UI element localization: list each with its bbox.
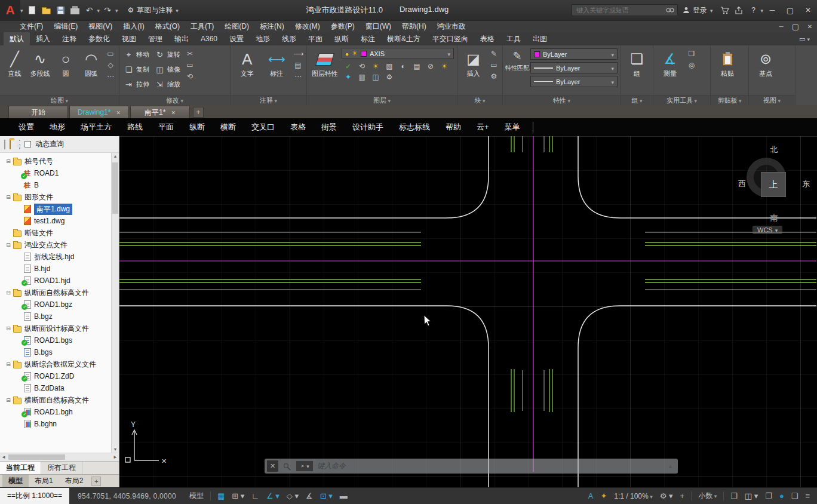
new-document-tab-button[interactable] [193, 107, 204, 118]
lineweight-combo[interactable]: ByLayer [530, 62, 618, 73]
offset-icon[interactable]: ▭ [185, 61, 195, 69]
command-line[interactable]: 键入命令 [265, 459, 678, 474]
menu-item[interactable]: 窗口(W) [360, 21, 397, 32]
command-customize-icon[interactable] [282, 462, 292, 471]
panel-label-view[interactable]: 视图 [749, 95, 795, 105]
layer-freeze-icon[interactable]: ☀ [371, 62, 380, 70]
polygon-icon[interactable]: ◇ [106, 61, 115, 69]
snap-icon[interactable]: ⊞ ▾ [228, 491, 248, 500]
ribbon-tab[interactable]: 平交口竖向 [426, 32, 474, 45]
lock-ui-icon[interactable]: ◫ ▾ [741, 491, 761, 500]
minimize-button[interactable] [763, 0, 781, 20]
layer-walk-icon[interactable]: ▥ [357, 73, 367, 81]
scroll-left-icon[interactable]: ◄ [1, 454, 6, 460]
tree-item[interactable]: B.bghn [0, 418, 111, 430]
scrollbar-thumb[interactable] [112, 162, 118, 214]
scroll-down-icon[interactable]: ▼ [112, 447, 119, 451]
tree-horizontal-scrollbar[interactable]: ◄ ► [0, 453, 119, 461]
menu-item[interactable]: 编辑(E) [48, 21, 83, 32]
scale-button[interactable]: ⇲缩放 [153, 77, 183, 92]
graphics-performance-icon[interactable]: ● [776, 491, 788, 500]
leader-icon[interactable]: ⟶ [293, 50, 303, 58]
dynamic-query-checkbox[interactable] [24, 141, 31, 147]
command-input[interactable]: 键入命令 [317, 461, 346, 471]
tab-start[interactable]: 开始 [8, 106, 68, 118]
rotate-button[interactable]: ↻旋转 [153, 47, 183, 62]
menu-item[interactable]: 帮助(H) [397, 21, 432, 32]
layer-iso-icon[interactable]: ▧ [385, 62, 394, 70]
layer-combo[interactable]: AXIS [342, 48, 454, 59]
menu-item[interactable]: 工具(T) [185, 21, 219, 32]
ribbon-tab[interactable]: 出图 [527, 32, 553, 45]
tree-item[interactable]: B.bgs [0, 346, 111, 358]
doc-close-button[interactable] [803, 22, 817, 31]
more-annotate-icon[interactable]: ⋯ [293, 72, 303, 81]
tree-expand-icon[interactable] [5, 290, 12, 296]
compass-north[interactable]: 北 [737, 145, 811, 155]
undo-caret[interactable] [97, 6, 100, 14]
base-point-button[interactable]: ⊚基点 [751, 47, 780, 95]
tree-item[interactable]: 鸿业交点文件 [0, 239, 111, 251]
annotation-monitor-icon[interactable]: + [677, 491, 689, 500]
panel-label-modify[interactable]: 修改 [119, 95, 230, 105]
hongye-menu-item[interactable]: 表格 [282, 118, 314, 136]
arc-button[interactable]: ◠圆弧 [79, 47, 103, 95]
tree-expand-icon[interactable] [5, 242, 12, 248]
tab-all-projects[interactable]: 所有工程 [41, 462, 82, 474]
command-close-icon[interactable] [267, 460, 278, 472]
layer-lock-icon[interactable]: ⊘ [426, 62, 435, 70]
plot-icon[interactable] [69, 4, 82, 17]
ribbon-tab[interactable]: 工具 [500, 32, 527, 45]
maximize-button[interactable] [781, 0, 799, 20]
match-properties-button[interactable]: ✎ 特性匹配 [505, 47, 529, 95]
command-prompt-icon[interactable] [296, 461, 313, 471]
tree-item[interactable]: ROAD1.bgz [0, 299, 111, 311]
tree-expand-icon[interactable] [5, 158, 12, 164]
redo-icon[interactable]: ↷ [101, 4, 114, 17]
layer-merge-icon[interactable]: ◫ [371, 73, 380, 81]
app-menu-caret[interactable] [20, 6, 23, 14]
hongye-menu-item[interactable]: 设置 [11, 118, 42, 136]
block-attributes-icon[interactable]: ⚙ [489, 72, 499, 81]
panel-label-annotate[interactable]: 注释 [231, 95, 306, 105]
annotation-scale-button[interactable]: 1:1 / 100% [610, 492, 656, 500]
menu-item[interactable]: 标注(N) [254, 21, 290, 32]
panel-label-layers[interactable]: 图层 [307, 95, 457, 105]
hongye-menu-item[interactable]: 路线 [119, 118, 150, 136]
panel-label-block[interactable]: 块 [457, 95, 502, 105]
annotation-autoscale-icon[interactable]: ✦ [597, 491, 610, 500]
hongye-menu-item[interactable]: 街景 [314, 118, 345, 136]
open-project-icon[interactable] [10, 140, 11, 149]
layer-prev-icon[interactable]: ⟲ [357, 62, 367, 70]
table-icon[interactable]: ▤ [293, 61, 303, 69]
dimension-button[interactable]: ⟷标注 [263, 47, 291, 95]
menu-item[interactable]: 鸿业市政 [432, 21, 471, 32]
isolate-objects-icon[interactable]: ❐ [761, 491, 776, 500]
new-project-icon[interactable] [4, 140, 5, 149]
tab-current-project[interactable]: 当前工程 [0, 462, 41, 474]
layer-settings-icon[interactable]: ⚙ [385, 73, 394, 81]
hongye-menu-item[interactable]: 设计助手 [345, 118, 391, 136]
tree-item[interactable]: 纵断综合数据定义文件 [0, 358, 111, 370]
close-button[interactable] [799, 0, 817, 20]
tree-item[interactable]: 桩 B [0, 179, 111, 191]
ribbon-tab[interactable]: 设置 [223, 32, 250, 45]
tab-layout2[interactable]: 布局2 [59, 475, 90, 487]
trim-icon[interactable]: ✂ [185, 50, 195, 58]
linetype-combo[interactable]: ByLayer [530, 76, 618, 87]
tab-nanping1[interactable]: 南平1* [130, 106, 190, 118]
tree-item[interactable]: 桩号代号 [0, 155, 111, 167]
tree-item[interactable]: test1.dwg [0, 215, 111, 227]
scrollbar-thumb[interactable] [8, 454, 65, 460]
workspace-selector[interactable]: ⚙ 草图与注释 [123, 3, 183, 17]
new-layout-button[interactable] [91, 477, 101, 486]
layer-off-icon[interactable]: ◐ [398, 62, 408, 70]
menu-item[interactable]: 修改(M) [290, 21, 325, 32]
tree-item[interactable]: 断链文件 [0, 227, 111, 239]
tab-drawing1[interactable]: Drawing1* [69, 106, 129, 118]
search-input[interactable] [575, 6, 663, 14]
block-edit-icon[interactable]: ✎ [489, 50, 499, 58]
compass-east[interactable]: 东 [802, 179, 810, 189]
ribbon-tab[interactable]: 插入 [30, 32, 56, 45]
hongye-menu-item[interactable]: 云+ [469, 118, 497, 136]
